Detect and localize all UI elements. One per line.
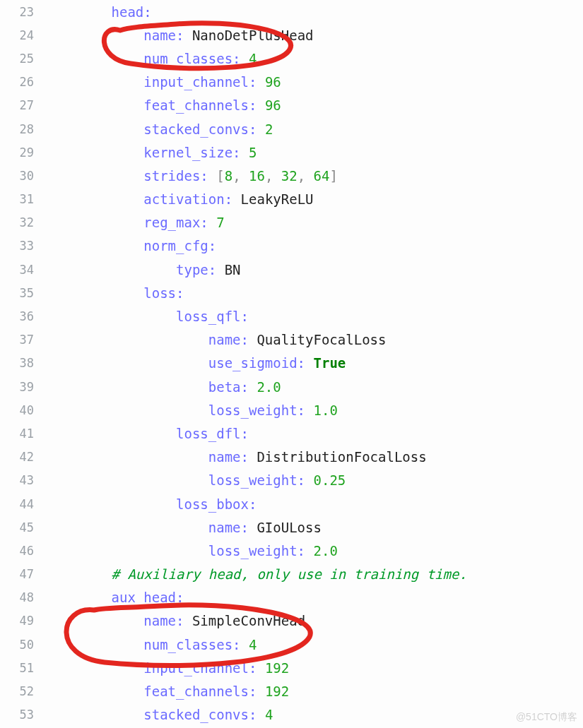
token-num: 4 (265, 707, 273, 722)
token-num: 96 (265, 97, 281, 113)
code-line: 46 loss_weight: 2.0 (0, 539, 583, 562)
code-content: loss_qfl: (47, 309, 583, 324)
token-num: 64 (314, 168, 330, 184)
line-number: 36 (0, 309, 47, 323)
code-line: 23 head: (0, 0, 583, 23)
code-line: 45 name: GIoULoss (0, 515, 583, 539)
token-key: loss_weight: (208, 402, 314, 418)
token-key: name: (143, 613, 192, 628)
token-num: 0.25 (314, 472, 346, 488)
line-number: 33 (0, 239, 47, 253)
line-number: 35 (0, 286, 47, 300)
token-str: BN (225, 262, 241, 278)
code-line: 26 input_channel: 96 (0, 71, 583, 94)
code-line: 33 norm_cfg: (0, 234, 583, 258)
token-punct: , (232, 168, 249, 184)
code-content: name: NanoDetPlusHead (47, 28, 583, 43)
token-punct: [ (216, 168, 224, 184)
code-content: norm_cfg: (47, 238, 583, 253)
code-content: strides: [8, 16, 32, 64] (47, 168, 583, 184)
code-content: name: GIoULoss (47, 520, 583, 535)
token-str: GIoULoss (257, 520, 322, 535)
token-num: 32 (281, 168, 298, 184)
token-key: activation: (143, 191, 240, 207)
line-number: 28 (0, 122, 47, 136)
line-number: 43 (0, 473, 47, 487)
code-content: aux_head: (47, 590, 583, 605)
code-content: feat_channels: 192 (47, 684, 583, 699)
code-content: name: SimpleConvHead (47, 613, 583, 628)
line-number: 48 (0, 590, 47, 604)
line-number: 31 (0, 192, 47, 206)
token-key: name: (143, 28, 192, 43)
line-number: 24 (0, 28, 47, 42)
token-true: True (314, 355, 346, 371)
line-number: 32 (0, 215, 47, 229)
token-key: input_channel: (143, 74, 265, 90)
code-content: name: DistributionFocalLoss (47, 449, 583, 465)
code-content: loss_bbox: (47, 496, 583, 512)
code-line: 36 loss_qfl: (0, 304, 583, 328)
code-content: input_channel: 96 (47, 74, 583, 90)
token-key: name: (208, 332, 257, 347)
code-line: 28 stacked_convs: 2 (0, 117, 583, 141)
token-key: name: (208, 520, 257, 535)
code-editor: 23 head:24 name: NanoDetPlusHead25 num_c… (0, 0, 583, 728)
token-num: 2.0 (257, 379, 281, 395)
token-str: SimpleConvHead (192, 613, 305, 628)
code-line: 24 name: NanoDetPlusHead (0, 23, 583, 47)
code-line: 35 loss: (0, 281, 583, 304)
code-line: 50 num_classes: 4 (0, 633, 583, 656)
token-num: 5 (249, 145, 257, 160)
token-key: type: (176, 262, 225, 278)
token-num: 192 (265, 684, 289, 699)
code-content: loss_weight: 2.0 (47, 543, 583, 559)
line-number: 29 (0, 145, 47, 160)
token-key: use_sigmoid: (208, 355, 314, 371)
line-number: 41 (0, 426, 47, 441)
token-num: 4 (249, 637, 257, 652)
code-content: input_channel: 192 (47, 660, 583, 676)
line-number: 51 (0, 661, 47, 675)
line-number: 53 (0, 708, 47, 722)
token-num: 1.0 (314, 402, 338, 418)
token-str: QualityFocalLoss (257, 332, 386, 347)
token-key: feat_channels: (143, 97, 265, 113)
code-content: loss: (47, 285, 583, 301)
code-line: 31 activation: LeakyReLU (0, 188, 583, 211)
token-str: LeakyReLU (241, 191, 314, 207)
code-line: 51 input_channel: 192 (0, 656, 583, 679)
line-number: 30 (0, 169, 47, 183)
code-line: 53 stacked_convs: 4 (0, 703, 583, 727)
token-num: 7 (216, 215, 224, 230)
token-key: input_channel: (143, 660, 265, 676)
code-content: use_sigmoid: True (47, 355, 583, 371)
token-key: loss_weight: (208, 472, 314, 488)
code-line: 37 name: QualityFocalLoss (0, 328, 583, 352)
code-line: 34 type: BN (0, 258, 583, 281)
token-key: loss_bbox: (176, 496, 257, 512)
token-key: stacked_convs: (143, 707, 265, 722)
code-line: 49 name: SimpleConvHead (0, 609, 583, 633)
token-key: loss_qfl: (176, 309, 249, 324)
token-key: reg_max: (143, 215, 216, 230)
line-number: 27 (0, 98, 47, 112)
token-key: name: (208, 449, 257, 465)
line-number: 42 (0, 450, 47, 464)
code-line: 27 feat_channels: 96 (0, 94, 583, 117)
token-comment: # Auxiliary head, only use in training t… (112, 566, 467, 582)
code-content: kernel_size: 5 (47, 145, 583, 160)
token-key: aux_head: (112, 590, 184, 605)
token-key: beta: (208, 379, 257, 395)
code-line: 48 aux_head: (0, 586, 583, 609)
token-key: num_classes: (143, 51, 249, 66)
code-line: 40 loss_weight: 1.0 (0, 398, 583, 422)
code-content: # Auxiliary head, only use in training t… (47, 566, 583, 582)
token-num: 2 (265, 121, 273, 137)
code-content: head: (47, 4, 583, 20)
code-line: 47 # Auxiliary head, only use in trainin… (0, 563, 583, 586)
token-key: strides: (143, 168, 216, 184)
code-line: 25 num_classes: 4 (0, 47, 583, 70)
line-number: 47 (0, 567, 47, 581)
line-number: 38 (0, 356, 47, 370)
